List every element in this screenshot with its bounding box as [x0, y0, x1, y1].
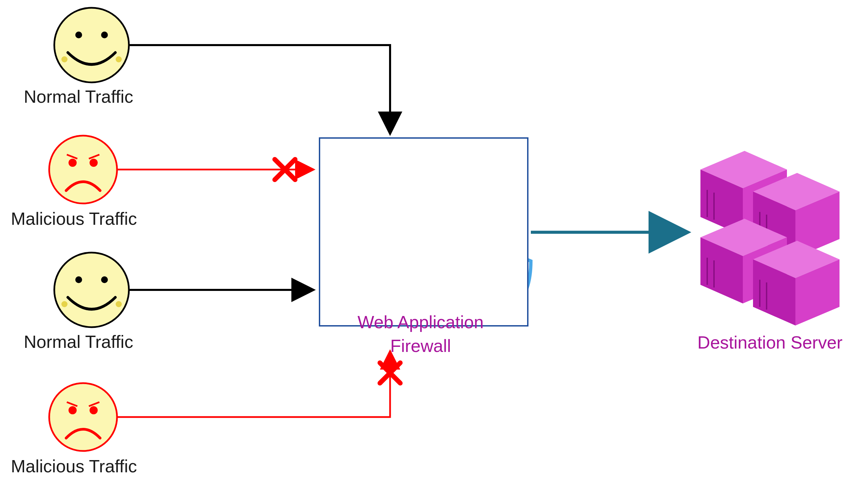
svg-line-8	[67, 155, 77, 159]
normal-traffic-1-label: Normal Traffic	[24, 87, 133, 107]
waf-label-line1: Web Application	[346, 312, 495, 332]
svg-marker-45	[753, 192, 795, 258]
svg-point-16	[69, 406, 77, 414]
smiley-icon-normal-1	[54, 8, 129, 82]
server-icon	[700, 151, 839, 494]
svg-marker-39	[700, 170, 743, 236]
svg-point-3	[61, 56, 68, 62]
svg-line-19	[89, 402, 99, 406]
svg-point-5	[49, 136, 117, 204]
svg-marker-40	[743, 170, 787, 236]
diagram-canvas: Normal Traffic Malicious Traffic Normal …	[0, 0, 868, 494]
svg-marker-51	[743, 238, 787, 303]
svg-marker-54	[753, 241, 839, 278]
svg-line-21	[275, 159, 295, 180]
svg-marker-49	[700, 219, 787, 256]
waf-label-line2: Firewall	[346, 336, 495, 356]
svg-point-2	[101, 32, 108, 38]
svg-point-0	[54, 8, 129, 82]
svg-point-12	[101, 276, 108, 283]
blocked-x-icon-2	[380, 363, 400, 383]
svg-point-6	[69, 159, 77, 167]
svg-point-14	[116, 301, 122, 307]
svg-line-22	[380, 363, 400, 383]
svg-point-1	[75, 32, 82, 38]
svg-marker-44	[753, 173, 839, 210]
frown-icon-malicious-1	[49, 136, 117, 204]
malicious-traffic-1-label: Malicious Traffic	[11, 209, 137, 229]
svg-marker-55	[753, 259, 795, 325]
arrow-malicious2-to-waf	[117, 351, 390, 417]
svg-marker-56	[795, 259, 839, 325]
svg-line-18	[67, 402, 77, 406]
svg-marker-46	[795, 192, 839, 258]
svg-point-17	[90, 406, 98, 414]
frown-icon-malicious-2	[49, 383, 117, 451]
svg-point-13	[61, 301, 68, 307]
svg-point-4	[116, 56, 122, 62]
svg-line-23	[380, 363, 400, 383]
svg-point-10	[54, 252, 129, 327]
svg-line-20	[275, 159, 295, 180]
svg-point-7	[90, 159, 98, 167]
destination-server-label: Destination Server	[682, 332, 858, 353]
smiley-icon-normal-2	[54, 252, 129, 327]
blocked-x-icon-1	[275, 159, 295, 180]
svg-point-11	[75, 276, 82, 283]
normal-traffic-2-label: Normal Traffic	[24, 331, 133, 352]
svg-marker-38	[700, 151, 787, 188]
svg-line-9	[89, 155, 99, 159]
malicious-traffic-2-label: Malicious Traffic	[11, 456, 137, 476]
svg-marker-50	[700, 238, 743, 303]
arrow-normal1-to-waf	[129, 45, 390, 134]
waf-box	[319, 137, 528, 326]
svg-point-15	[49, 383, 117, 451]
